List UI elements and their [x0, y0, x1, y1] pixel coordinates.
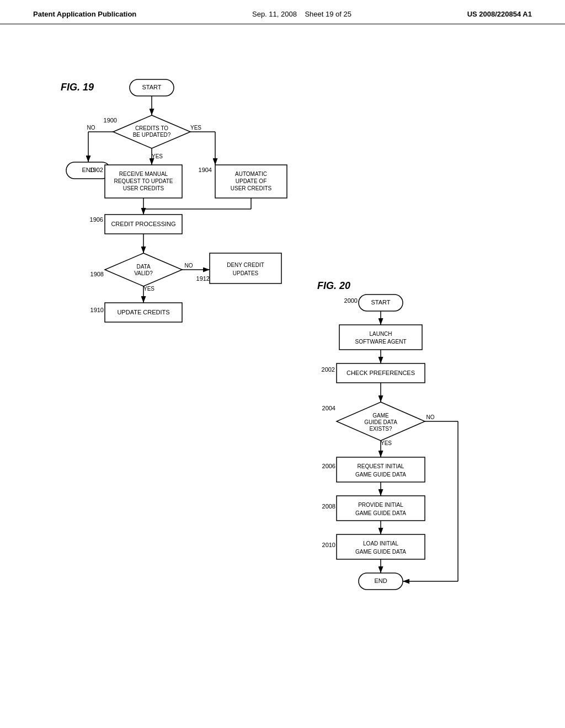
label-2004: 2004: [322, 405, 335, 411]
load-line1: LOAD INITIAL: [363, 540, 398, 547]
load-line2: GAME GUIDE DATA: [355, 549, 406, 555]
label-1902: 1902: [90, 167, 103, 173]
box-launch-software: [339, 325, 422, 350]
label-1904: 1904: [199, 167, 212, 173]
diamond-credits-line2: BE UPDATED?: [133, 132, 171, 138]
update-credits-text: UPDATE CREDITS: [117, 309, 169, 315]
diagram-content: FIG. 19 START 1900 CREDITS TO BE UPDATED…: [0, 24, 565, 722]
diamond-credits-line1: CREDITS TO: [135, 125, 168, 131]
check-pref-text: CHECK PREFERENCES: [347, 370, 415, 376]
yes-data-valid: YES: [143, 286, 154, 292]
receive-line3: USER CREDITS: [123, 185, 164, 191]
automatic-line1: AUTOMATIC: [235, 171, 267, 177]
receive-line2: REQUEST TO UPDATE: [114, 178, 173, 184]
yes-guide: YES: [381, 440, 392, 446]
request-line1: REQUEST INITIAL: [358, 463, 404, 469]
publication-label: Patent Application Publication: [33, 10, 136, 18]
label-2000: 2000: [344, 297, 358, 304]
label-1900: 1900: [104, 117, 117, 124]
receive-line1: RECEIVE MANUAL: [119, 171, 168, 177]
guide-line2: GUIDE DATA: [364, 419, 397, 425]
automatic-line3: USER CREDITS: [231, 185, 272, 191]
date-label: Sep. 11, 2008: [252, 10, 297, 18]
guide-line3: EXISTS?: [369, 426, 392, 432]
sheet-label: Sheet 19 of 25: [305, 10, 351, 18]
fig19-start-label: START: [142, 84, 161, 90]
label-1906: 1906: [90, 216, 103, 223]
no-credits: NO: [87, 125, 95, 131]
guide-line1: GAME: [372, 413, 389, 419]
patent-number: US 2008/220854 A1: [467, 10, 532, 18]
fig20-end-label: END: [374, 577, 387, 584]
provide-line2: GAME GUIDE DATA: [355, 510, 406, 516]
label-2002: 2002: [322, 366, 335, 373]
page: Patent Application Publication Sep. 11, …: [0, 0, 565, 728]
label-2010: 2010: [322, 542, 335, 548]
yes-credits: YES: [190, 125, 201, 131]
date-sheet: Sep. 11, 2008 Sheet 19 of 25: [252, 10, 351, 18]
box-provide-initial: [337, 496, 425, 521]
flowchart-svg: FIG. 19 START 1900 CREDITS TO BE UPDATED…: [0, 24, 565, 722]
deny-line1: DENY CREDIT: [227, 262, 264, 268]
yes-label-below: YES: [152, 153, 163, 159]
label-2008: 2008: [322, 503, 335, 510]
launch-line1: LAUNCH: [369, 331, 392, 337]
data-valid-line2: VALID?: [134, 270, 153, 276]
box-deny-credit: [210, 253, 281, 283]
launch-line2: SOFTWARE AGENT: [355, 339, 407, 345]
no-data-valid: NO: [185, 263, 193, 269]
no-guide: NO: [427, 414, 435, 420]
label-1910: 1910: [90, 307, 104, 313]
label-2006: 2006: [322, 463, 335, 469]
automatic-line2: UPDATE OF: [236, 178, 266, 184]
data-valid-line1: DATA: [136, 264, 151, 270]
page-header: Patent Application Publication Sep. 11, …: [0, 0, 565, 24]
deny-line2: UPDATES: [233, 270, 259, 276]
request-line2: GAME GUIDE DATA: [355, 472, 406, 478]
fig19-title: FIG. 19: [61, 82, 94, 93]
label-1908: 1908: [90, 271, 104, 277]
fig20-title: FIG. 20: [317, 280, 350, 291]
credit-processing-text: CREDIT PROCESSING: [111, 221, 175, 227]
box-request-initial: [337, 457, 425, 482]
fig20-start-label: START: [371, 299, 390, 306]
provide-line1: PROVIDE INITIAL: [358, 502, 403, 508]
label-1912: 1912: [196, 275, 210, 282]
box-load-initial: [337, 534, 425, 559]
